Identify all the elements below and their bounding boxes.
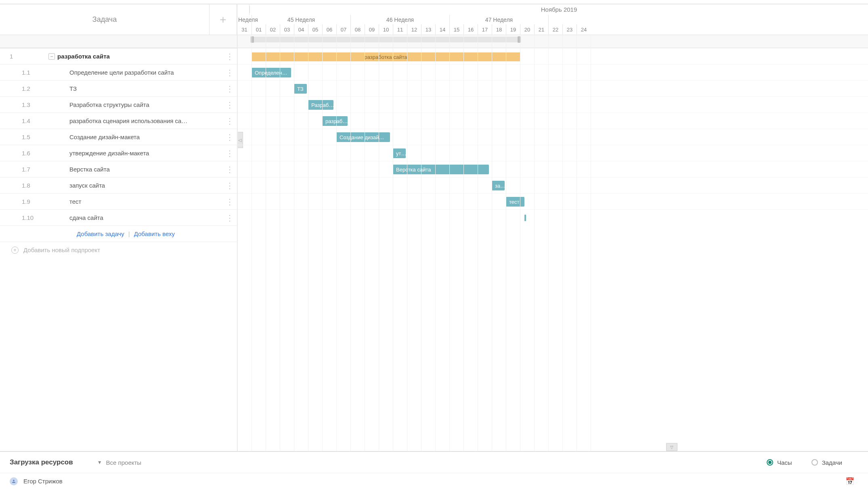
add-milestone-link[interactable]: Добавить веху xyxy=(134,230,175,237)
day-header: 13 xyxy=(421,24,435,35)
gantt-task-bar[interactable]: за… xyxy=(492,181,505,190)
grid-line xyxy=(562,35,563,451)
row-menu-icon[interactable]: ⋮ xyxy=(222,197,237,207)
gantt-row: Создание дизай… xyxy=(237,129,868,145)
task-number: 1.2 xyxy=(10,85,58,92)
grid-line xyxy=(548,35,549,451)
task-number: 1 xyxy=(10,53,46,60)
grid-line xyxy=(393,35,393,451)
week-header xyxy=(548,15,591,25)
gantt-row: разраб… xyxy=(237,113,868,129)
gantt-body[interactable]: ◁ разработка сайтаОпределен…ТЗРазраб…раз… xyxy=(237,35,868,451)
day-header: 15 xyxy=(449,24,463,35)
task-row[interactable]: 1.9тест⋮ xyxy=(0,193,237,209)
chevron-down-icon[interactable]: ▼ xyxy=(97,460,102,465)
gantt-task-bar[interactable]: Разраб… xyxy=(308,100,333,110)
day-header: 09 xyxy=(365,24,379,35)
gantt-task-bar[interactable]: ут… xyxy=(393,148,406,158)
range-scrubber[interactable] xyxy=(252,37,520,42)
row-menu-icon[interactable]: ⋮ xyxy=(222,100,237,110)
resource-radio-group: Часы Задачи xyxy=(767,459,858,466)
gantt-task-bar[interactable]: Создание дизай… xyxy=(336,132,390,142)
task-row[interactable]: 1.3Разработка структуры сайта⋮ xyxy=(0,96,237,113)
task-rows: 1−разработка сайта⋮1.1Определение цели р… xyxy=(0,48,237,451)
gantt-group-bar[interactable]: разработка сайта xyxy=(252,52,520,61)
add-links-row: Добавить задачу|Добавить веху xyxy=(0,226,237,242)
task-number: 1.1 xyxy=(10,69,58,76)
grid-line xyxy=(534,35,535,451)
task-row[interactable]: 1.1Определение цели разработки сайта⋮ xyxy=(0,64,237,80)
task-name: разработка сайта xyxy=(57,53,222,60)
add-subproject-row[interactable]: +Добавить новый подпроект xyxy=(0,242,237,258)
task-name: утверждение дизайн-макета xyxy=(58,150,222,157)
grid-line xyxy=(449,35,450,451)
task-row[interactable]: 1−разработка сайта⋮ xyxy=(0,48,237,64)
scrubber-row xyxy=(237,35,868,48)
task-row[interactable]: 1.7Верстка сайта⋮ xyxy=(0,161,237,177)
day-header: 18 xyxy=(492,24,506,35)
gantt-task-bar[interactable]: разраб… xyxy=(322,116,348,126)
resource-panel: Загрузка ресурсов ▼ Все проекты Часы Зад… xyxy=(0,451,868,489)
row-menu-icon[interactable]: ⋮ xyxy=(222,148,237,158)
task-row[interactable]: 1.2ТЗ⋮ xyxy=(0,80,237,96)
calendar-icon[interactable]: 📅 xyxy=(845,477,854,486)
task-row[interactable]: 1.5Создание дизайн-макета⋮ xyxy=(0,129,237,145)
week-header: 46 Неделя xyxy=(350,15,449,25)
grid-line xyxy=(322,35,323,451)
task-name: запуск сайта xyxy=(58,182,222,189)
radio-dot-icon xyxy=(767,459,773,466)
add-task-link[interactable]: Добавить задачу xyxy=(77,230,124,237)
radio-tasks[interactable]: Задачи xyxy=(811,459,842,466)
row-menu-icon[interactable]: ⋮ xyxy=(222,213,237,223)
grid-line xyxy=(350,35,351,451)
add-column-button[interactable]: + xyxy=(210,4,237,35)
grid-line xyxy=(336,35,337,451)
row-menu-icon[interactable]: ⋮ xyxy=(222,116,237,126)
row-menu-icon[interactable]: ⋮ xyxy=(222,68,237,77)
week-header: Неделя xyxy=(237,15,252,25)
row-menu-icon[interactable]: ⋮ xyxy=(222,52,237,61)
task-name: ТЗ xyxy=(58,85,222,92)
grid-line xyxy=(435,35,436,451)
row-menu-icon[interactable]: ⋮ xyxy=(222,165,237,174)
row-menu-icon[interactable]: ⋮ xyxy=(222,132,237,142)
grid-line xyxy=(365,35,365,451)
task-number: 1.7 xyxy=(10,166,58,173)
resource-row[interactable]: Егор Стрижов📅 xyxy=(0,473,868,489)
grid-line xyxy=(237,35,238,451)
day-header: 10 xyxy=(379,24,393,35)
timeline-month-row: Ноябрь 2019 xyxy=(237,4,868,15)
resource-filter-label[interactable]: Все проекты xyxy=(106,459,142,466)
day-header: 14 xyxy=(435,24,449,35)
grid-line xyxy=(463,35,464,451)
grid-line xyxy=(266,35,266,451)
day-header: 01 xyxy=(252,24,266,35)
gantt-row xyxy=(237,209,868,226)
week-header: 45 Неделя xyxy=(252,15,350,25)
radio-hours[interactable]: Часы xyxy=(767,459,792,466)
day-header: 05 xyxy=(308,24,322,35)
day-header: 12 xyxy=(407,24,421,35)
plus-circle-icon: + xyxy=(11,247,19,254)
gantt-milestone[interactable] xyxy=(524,215,526,221)
day-header: 04 xyxy=(294,24,308,35)
day-header: 02 xyxy=(266,24,280,35)
day-header: 06 xyxy=(322,24,336,35)
task-row[interactable]: 1.8запуск сайта⋮ xyxy=(0,177,237,193)
task-row[interactable]: 1.4разработка сценария использования са…… xyxy=(0,113,237,129)
row-menu-icon[interactable]: ⋮ xyxy=(222,84,237,94)
gantt-row: Разраб… xyxy=(237,96,868,113)
day-header: 07 xyxy=(336,24,350,35)
gantt-task-bar[interactable]: Определен… xyxy=(252,68,291,77)
task-row[interactable]: 1.10сдача сайта⋮ xyxy=(0,209,237,226)
plus-icon: + xyxy=(220,14,226,25)
collapse-toggle[interactable]: − xyxy=(48,53,55,60)
grid-line xyxy=(294,35,294,451)
main-container: Задача + 1−разработка сайта⋮1.1Определен… xyxy=(0,4,868,451)
task-row[interactable]: 1.6утверждение дизайн-макета⋮ xyxy=(0,145,237,161)
gantt-task-bar[interactable]: ТЗ xyxy=(294,84,307,94)
row-menu-icon[interactable]: ⋮ xyxy=(222,181,237,190)
collapse-bottom-handle[interactable]: ▽ xyxy=(666,443,677,451)
gantt-task-bar[interactable]: тест xyxy=(506,197,524,207)
task-name: Разработка структуры сайта xyxy=(58,101,222,108)
